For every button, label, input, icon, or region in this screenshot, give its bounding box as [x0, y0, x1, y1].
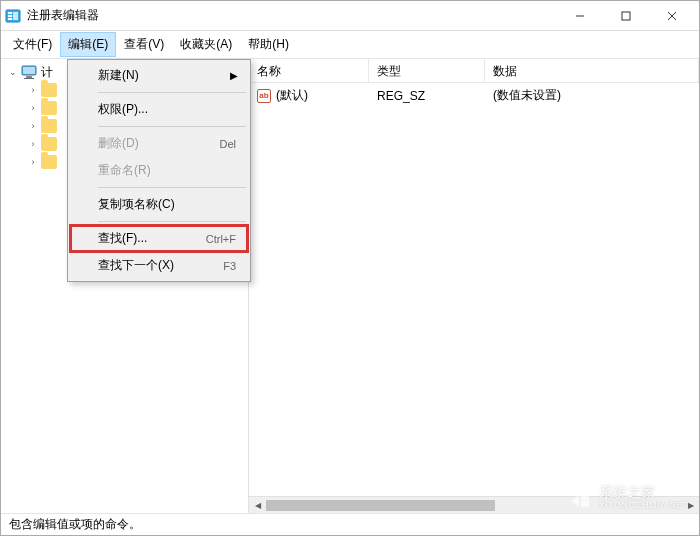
expand-icon[interactable]: › [27, 156, 39, 168]
menu-new[interactable]: 新建(N) ▶ [70, 62, 248, 89]
menu-find[interactable]: 查找(F)... Ctrl+F [70, 225, 248, 252]
menu-find-label: 查找(F)... [98, 230, 206, 247]
cell-data: (数值未设置) [485, 85, 699, 106]
titlebar: 注册表编辑器 [1, 1, 699, 31]
submenu-arrow-icon: ▶ [230, 70, 242, 81]
menu-rename-label: 重命名(R) [98, 162, 242, 179]
menu-rename: 重命名(R) [70, 157, 248, 184]
menu-separator [98, 92, 246, 93]
list-header: 名称 类型 数据 [249, 59, 699, 83]
expand-icon[interactable]: › [27, 138, 39, 150]
scroll-left-button[interactable]: ◀ [249, 497, 266, 514]
svg-rect-6 [622, 12, 630, 20]
menu-permissions[interactable]: 权限(P)... [70, 96, 248, 123]
folder-icon [41, 119, 57, 133]
menu-favorites[interactable]: 收藏夹(A) [172, 32, 240, 57]
maximize-button[interactable] [603, 1, 649, 31]
expand-icon[interactable]: › [27, 120, 39, 132]
horizontal-scrollbar[interactable]: ◀ ▶ [249, 496, 699, 513]
computer-icon [21, 65, 37, 79]
folder-icon [41, 137, 57, 151]
svg-rect-11 [26, 76, 32, 78]
column-header-name[interactable]: 名称 [249, 59, 369, 82]
menu-find-next-label: 查找下一个(X) [98, 257, 223, 274]
menu-view[interactable]: 查看(V) [116, 32, 172, 57]
value-name: (默认) [276, 87, 308, 104]
window-title: 注册表编辑器 [27, 7, 557, 24]
menu-delete-shortcut: Del [219, 138, 242, 150]
collapse-icon[interactable]: ⌄ [7, 66, 19, 78]
menu-copy-key-name[interactable]: 复制项名称(C) [70, 191, 248, 218]
window-controls [557, 1, 695, 31]
folder-icon [41, 155, 57, 169]
menu-find-next-shortcut: F3 [223, 260, 242, 272]
cell-name: ab (默认) [249, 85, 369, 106]
menu-new-label: 新建(N) [98, 67, 230, 84]
scroll-thumb[interactable] [266, 500, 495, 511]
edit-dropdown: 新建(N) ▶ 权限(P)... 删除(D) Del 重命名(R) 复制项名称(… [67, 59, 251, 282]
scroll-track[interactable] [266, 497, 682, 514]
svg-rect-4 [13, 12, 18, 20]
svg-rect-12 [24, 78, 34, 79]
menu-separator [98, 126, 246, 127]
menubar: 文件(F) 编辑(E) 查看(V) 收藏夹(A) 帮助(H) [1, 31, 699, 59]
menu-delete-label: 删除(D) [98, 135, 219, 152]
list-pane: 名称 类型 数据 ab (默认) REG_SZ (数值未设置) ◀ ▶ [249, 59, 699, 513]
cell-type: REG_SZ [369, 85, 485, 106]
expand-icon[interactable]: › [27, 102, 39, 114]
menu-help[interactable]: 帮助(H) [240, 32, 297, 57]
expand-icon[interactable]: › [27, 84, 39, 96]
folder-icon [41, 101, 57, 115]
tree-root-label: 计 [41, 64, 53, 81]
statusbar: 包含编辑值或项的命令。 [1, 513, 699, 535]
menu-separator [98, 187, 246, 188]
minimize-button[interactable] [557, 1, 603, 31]
menu-file[interactable]: 文件(F) [5, 32, 60, 57]
menu-copy-key-label: 复制项名称(C) [98, 196, 242, 213]
menu-find-shortcut: Ctrl+F [206, 233, 242, 245]
folder-icon [41, 83, 57, 97]
menu-permissions-label: 权限(P)... [98, 101, 242, 118]
string-value-icon: ab [257, 89, 271, 103]
regedit-icon [5, 8, 21, 24]
menu-find-next[interactable]: 查找下一个(X) F3 [70, 252, 248, 279]
column-header-type[interactable]: 类型 [369, 59, 485, 82]
menu-edit[interactable]: 编辑(E) [60, 32, 116, 57]
column-header-data[interactable]: 数据 [485, 59, 699, 82]
menu-delete: 删除(D) Del [70, 130, 248, 157]
svg-rect-10 [23, 67, 35, 74]
scroll-right-button[interactable]: ▶ [682, 497, 699, 514]
svg-rect-2 [8, 15, 12, 17]
list-body: ab (默认) REG_SZ (数值未设置) [249, 83, 699, 496]
list-row[interactable]: ab (默认) REG_SZ (数值未设置) [249, 83, 699, 108]
close-button[interactable] [649, 1, 695, 31]
svg-rect-1 [8, 12, 12, 14]
svg-rect-3 [8, 18, 12, 20]
menu-separator [98, 221, 246, 222]
statusbar-text: 包含编辑值或项的命令。 [9, 516, 141, 533]
